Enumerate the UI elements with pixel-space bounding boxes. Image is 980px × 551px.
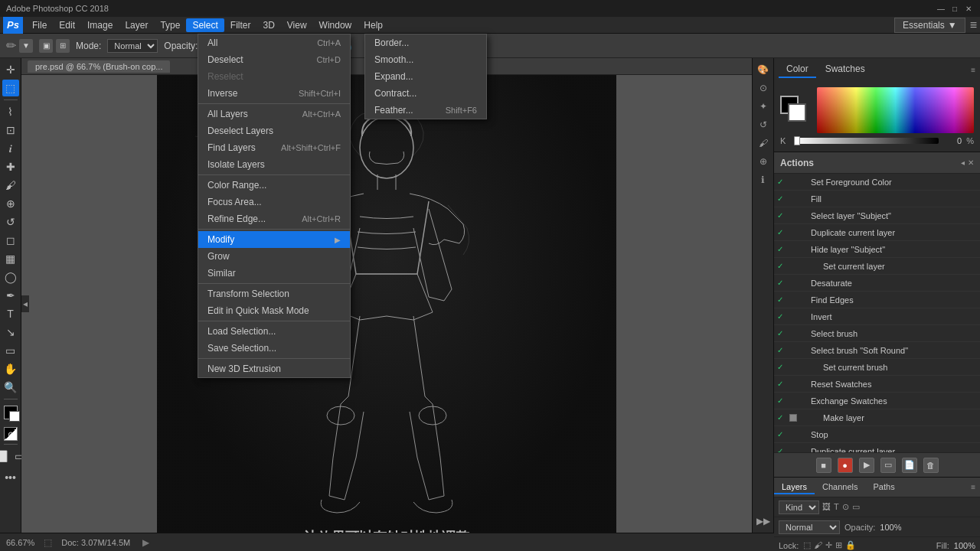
menu-window[interactable]: Window	[313, 18, 358, 32]
action-row[interactable]: ✓Reset Swatches	[774, 376, 980, 393]
essentials-dropdown[interactable]: Essentials ▼	[894, 18, 965, 33]
menu-file[interactable]: File	[26, 18, 53, 32]
k-slider-handle[interactable]	[794, 136, 800, 145]
text-tool[interactable]: T	[2, 305, 19, 322]
menu-layer[interactable]: Layer	[119, 18, 154, 32]
menu-item-find-layers[interactable]: Find Layers Alt+Shift+Ctrl+F	[198, 139, 350, 156]
info-panel-btn[interactable]: ℹ	[755, 171, 772, 188]
menu-item-modify[interactable]: Modify ▶	[198, 231, 350, 248]
canvas-tab-item[interactable]: pre.psd @ 66.7% (Brush-on cop...	[28, 60, 170, 73]
delete-action-btn[interactable]: 🗑	[923, 458, 939, 473]
action-row[interactable]: ✓Duplicate current layer	[774, 224, 980, 241]
kind-select[interactable]: Kind	[779, 500, 819, 514]
menu-item-color-range[interactable]: Color Range...	[198, 177, 350, 194]
channels-tab[interactable]: Channels	[815, 481, 865, 494]
menu-item-refine-edge[interactable]: Refine Edge... Alt+Ctrl+R	[198, 210, 350, 227]
hand-tool[interactable]: ✋	[2, 360, 19, 377]
action-row[interactable]: ✓Find Edges	[774, 292, 980, 308]
action-row[interactable]: ✓Exchange Swatches	[774, 393, 980, 409]
eyedropper-tool[interactable]: 𝒊	[2, 140, 19, 157]
action-row[interactable]: ✓Stop	[774, 426, 980, 443]
brush-tool[interactable]: 🖌	[2, 177, 19, 194]
minimize-btn[interactable]: —	[936, 3, 946, 14]
menu-item-inverse[interactable]: Inverse Shift+Ctrl+I	[198, 85, 350, 102]
menu-type[interactable]: Type	[154, 18, 186, 32]
action-row[interactable]: ✓Fill	[774, 191, 980, 207]
pixel-filter-icon[interactable]: 🖼	[822, 502, 831, 512]
menu-item-grow[interactable]: Grow	[198, 248, 350, 265]
menu-view[interactable]: View	[281, 18, 313, 32]
select-tool[interactable]: ⬚	[2, 80, 19, 96]
menu-item-new-3d[interactable]: New 3D Extrusion	[198, 360, 350, 377]
swatches-tab[interactable]: Swatches	[818, 61, 873, 78]
window-controls[interactable]: — □ ✕	[936, 3, 974, 14]
action-row[interactable]: ✓Set current brush	[774, 359, 980, 376]
action-row[interactable]: ✓Duplicate current layer	[774, 443, 980, 452]
actions-collapse-btn[interactable]: ◂	[961, 158, 965, 167]
history-tool[interactable]: ↺	[2, 214, 19, 230]
dodge-tool[interactable]: ◯	[2, 269, 19, 285]
create-set-btn[interactable]: ▭	[880, 458, 896, 473]
menu-item-quick-mask[interactable]: Edit in Quick Mask Mode	[198, 302, 350, 319]
layers-tab[interactable]: Layers	[774, 481, 815, 494]
menu-item-deselect[interactable]: Deselect Ctrl+D	[198, 51, 350, 68]
adjustments-btn[interactable]: ⊙	[755, 80, 772, 96]
shape-tool[interactable]: ▭	[2, 342, 19, 359]
action-row[interactable]: ✓Set Foreground Color	[774, 174, 980, 191]
foreground-background-colors[interactable]	[780, 96, 806, 122]
mode-select[interactable]: Normal	[107, 39, 158, 53]
lock-all-icon[interactable]: 🔒	[845, 540, 856, 550]
status-arrow-icon[interactable]: ▶	[142, 537, 149, 548]
lock-position-icon[interactable]: ✛	[825, 540, 832, 550]
modify-expand[interactable]: Expand...	[365, 68, 486, 85]
text-filter-icon[interactable]: T	[834, 502, 839, 512]
default-colors-btn[interactable]: ⊛	[4, 427, 18, 441]
action-row[interactable]: ✓Select brush "Soft Round"	[774, 342, 980, 359]
menu-select[interactable]: Select	[186, 18, 224, 32]
action-row[interactable]: ✓Invert	[774, 308, 980, 325]
record-action-btn[interactable]: ●	[838, 458, 853, 473]
paths-tab[interactable]: Paths	[866, 481, 903, 494]
menu-item-save-selection[interactable]: Save Selection...	[198, 340, 350, 357]
color-panel-menu-btn[interactable]: ≡	[971, 66, 975, 74]
menu-item-all-layers[interactable]: All Layers Alt+Ctrl+A	[198, 106, 350, 122]
layers-panel-menu-btn[interactable]: ≡	[966, 483, 980, 491]
create-action-btn[interactable]: 📄	[902, 458, 917, 473]
color-panel-btn[interactable]: 🎨	[755, 61, 772, 78]
healing-tool[interactable]: ✚	[2, 158, 19, 175]
lock-image-icon[interactable]: 🖌	[814, 540, 822, 550]
menu-item-load-selection[interactable]: Load Selection...	[198, 323, 350, 340]
brush-panel-btn[interactable]: 🖌	[755, 135, 772, 152]
quick-mask-btn[interactable]: ⬜	[0, 448, 10, 465]
lock-transparent-icon[interactable]: ⬚	[803, 540, 811, 550]
path-tool[interactable]: ↘	[2, 324, 19, 341]
clone-tool[interactable]: ⊕	[2, 195, 19, 212]
play-action-btn[interactable]: ▶	[859, 458, 874, 473]
menu-3d[interactable]: 3D	[256, 18, 280, 32]
action-row[interactable]: ✓Set current layer	[774, 258, 980, 275]
gradient-tool[interactable]: ▦	[2, 250, 19, 267]
clone-source-btn[interactable]: ⊕	[755, 153, 772, 170]
eraser-tool[interactable]: ◻	[2, 232, 19, 249]
action-row[interactable]: ✓Desaturate	[774, 275, 980, 292]
more-tools-btn[interactable]: •••	[2, 469, 19, 486]
menu-item-similar[interactable]: Similar	[198, 265, 350, 282]
move-tool[interactable]: ✛	[2, 61, 19, 78]
background-color-swatch[interactable]	[9, 411, 20, 422]
modify-border[interactable]: Border...	[365, 34, 486, 51]
action-row[interactable]: ✓Hide layer "Subject"	[774, 241, 980, 258]
close-btn[interactable]: ✕	[963, 3, 974, 14]
adjustment-filter-icon[interactable]: ⊙	[842, 502, 849, 512]
menu-item-focus-area[interactable]: Focus Area...	[198, 194, 350, 210]
panel-arrow-btn[interactable]: ▶▶	[755, 513, 772, 530]
menu-item-deselect-layers[interactable]: Deselect Layers	[198, 122, 350, 139]
left-collapse-arrow[interactable]: ◂	[21, 295, 29, 312]
zoom-tool[interactable]: 🔍	[2, 379, 19, 396]
history-panel-btn[interactable]: ↺	[755, 116, 772, 133]
k-slider[interactable]	[794, 138, 939, 144]
canvas-content[interactable]: 让效果可以有针对性地调整 ◂	[21, 75, 752, 533]
menu-edit[interactable]: Edit	[53, 18, 81, 32]
maximize-btn[interactable]: □	[949, 3, 960, 14]
menu-help[interactable]: Help	[358, 18, 389, 32]
menu-item-transform-selection[interactable]: Transform Selection	[198, 285, 350, 302]
